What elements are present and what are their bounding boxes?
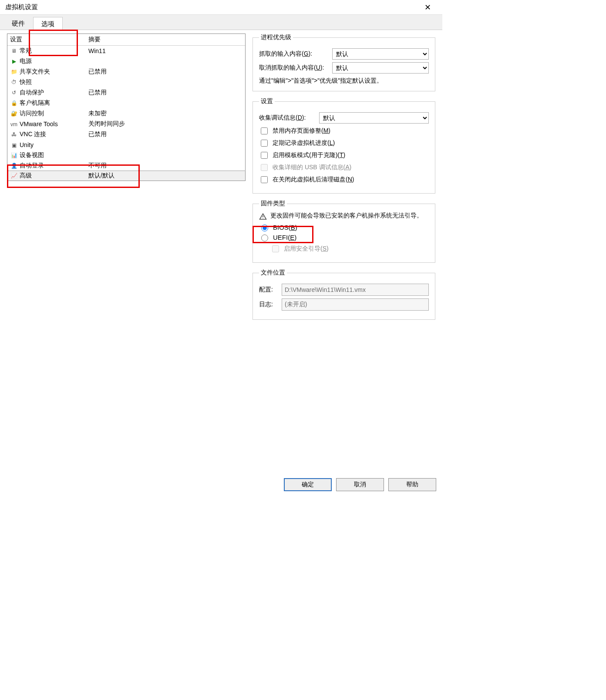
col-header-setting: 设置: [10, 36, 88, 44]
list-row[interactable]: 📈高级默认/默认: [7, 171, 245, 181]
row-icon: 🔒: [10, 100, 18, 107]
group-settings: 设置 收集调试信息(D): 默认 禁用内存页面修整(M) 定期记录虚拟机进度(L…: [252, 97, 435, 194]
label-uefi: UEFI(E): [273, 234, 296, 241]
warning-icon: [259, 213, 267, 221]
row-icon: ↺: [10, 89, 18, 96]
list-row[interactable]: ▣Unity: [7, 140, 245, 150]
legend-file-location: 文件位置: [259, 269, 287, 277]
row-summary: Win11: [88, 47, 242, 54]
row-icon: vm: [10, 121, 18, 128]
list-row[interactable]: 🔐访问控制未加密: [7, 108, 245, 119]
checkbox-usb-debug: [261, 164, 268, 171]
label-secure-boot: 启用安全引导(S): [284, 245, 329, 253]
list-row[interactable]: 🖧VNC 连接已禁用: [7, 129, 245, 140]
row-summary: 关闭时间同步: [88, 120, 242, 128]
list-row[interactable]: ⏱快照: [7, 77, 245, 87]
label-log-path: 日志:: [259, 301, 278, 308]
group-firmware: 固件类型 更改固件可能会导致已安装的客户机操作系统无法引导。 BIOS(B) U…: [252, 200, 435, 263]
row-icon: ▶: [10, 58, 18, 65]
settings-list: 设置 摘要 🖥常规Win11▶电源📁共享文件夹已禁用⏱快照↺自动保护已禁用🔒客户…: [7, 33, 246, 181]
row-icon: 📊: [10, 152, 18, 159]
tab-strip: 硬件 选项: [0, 15, 442, 30]
priority-hint: 通过"编辑">"首选项">"优先级"指定默认设置。: [259, 77, 429, 85]
row-label: 访问控制: [20, 110, 44, 117]
cancel-button[interactable]: 取消: [336, 478, 384, 491]
help-button[interactable]: 帮助: [388, 478, 436, 491]
legend-firmware: 固件类型: [259, 200, 287, 208]
label-bios: BIOS(B): [273, 224, 297, 231]
row-icon: 👤: [10, 162, 18, 169]
list-row[interactable]: ↺自动保护已禁用: [7, 87, 245, 98]
radio-bios[interactable]: [261, 224, 268, 231]
label-log-progress: 定期记录虚拟机进度(L): [273, 139, 335, 147]
legend-process-priority: 进程优先级: [259, 33, 293, 41]
row-label: 常规: [20, 47, 32, 54]
row-label: Unity: [20, 141, 34, 148]
list-row[interactable]: 🖥常规Win11: [7, 46, 245, 56]
select-debug-info[interactable]: 默认: [319, 112, 429, 124]
row-icon: 📈: [10, 172, 18, 179]
label-template-mode: 启用模板模式(用于克隆)(T): [273, 151, 345, 159]
label-disable-mem-trim: 禁用内存页面修整(M): [273, 127, 330, 135]
row-icon: 🖧: [10, 131, 18, 138]
col-header-summary: 摘要: [88, 36, 242, 44]
label-grabbed-input: 抓取的输入内容(G):: [259, 50, 329, 58]
radio-uefi[interactable]: [261, 234, 268, 241]
checkbox-secure-boot: [272, 245, 279, 252]
row-summary: 已禁用: [88, 89, 242, 97]
firmware-warning-text: 更改固件可能会导致已安装的客户机操作系统无法引导。: [270, 212, 423, 220]
row-icon: 📁: [10, 68, 18, 75]
group-file-location: 文件位置 配置: 日志:: [252, 269, 435, 320]
list-row[interactable]: 📊设备视图: [7, 150, 245, 161]
row-label: VNC 连接: [20, 131, 46, 137]
row-label: 高级: [20, 172, 32, 179]
checkbox-clean-disk[interactable]: [261, 176, 268, 183]
close-button[interactable]: ✕: [418, 1, 437, 14]
label-clean-disk: 在关闭此虚拟机后清理磁盘(N): [273, 176, 354, 184]
row-summary: 默认/默认: [88, 172, 242, 180]
window-title: 虚拟机设置: [5, 3, 418, 11]
row-label: 自动登录: [20, 162, 44, 169]
row-summary: 已禁用: [88, 68, 242, 76]
title-bar: 虚拟机设置 ✕: [0, 0, 442, 15]
row-summary: 不可用: [88, 162, 242, 170]
checkbox-log-progress[interactable]: [261, 140, 268, 147]
group-process-priority: 进程优先级 抓取的输入内容(G): 默认 取消抓取的输入内容(U): 默认 通过…: [252, 33, 435, 91]
row-icon: ⏱: [10, 79, 18, 86]
list-row[interactable]: 👤自动登录不可用: [7, 161, 245, 171]
checkbox-template-mode[interactable]: [261, 152, 268, 159]
row-label: 客户机隔离: [20, 99, 50, 106]
label-config-path: 配置:: [259, 286, 278, 294]
select-grabbed-priority[interactable]: 默认: [332, 48, 429, 60]
row-icon: 🔐: [10, 110, 18, 117]
row-summary: 已禁用: [88, 131, 242, 138]
input-config-path: [282, 284, 429, 296]
row-label: 电源: [20, 57, 32, 64]
row-label: 共享文件夹: [20, 68, 50, 75]
row-summary: 未加密: [88, 110, 242, 117]
list-row[interactable]: ▶电源: [7, 56, 245, 67]
label-usb-debug: 收集详细的 USB 调试信息(A): [273, 164, 351, 171]
tab-hardware[interactable]: 硬件: [3, 17, 33, 30]
row-label: 设备视图: [20, 151, 44, 158]
list-row[interactable]: 🔒客户机隔离: [7, 98, 245, 108]
list-row[interactable]: vmVMware Tools关闭时间同步: [7, 119, 245, 129]
legend-settings: 设置: [259, 97, 275, 105]
dialog-buttons: 确定 取消 帮助: [0, 474, 442, 496]
checkbox-disable-mem-trim[interactable]: [261, 127, 268, 134]
label-ungrabbed-input: 取消抓取的输入内容(U):: [259, 64, 329, 72]
list-row[interactable]: 📁共享文件夹已禁用: [7, 67, 245, 77]
row-label: 快照: [20, 78, 32, 85]
tab-options[interactable]: 选项: [33, 17, 63, 30]
ok-button[interactable]: 确定: [284, 478, 332, 491]
row-icon: 🖥: [10, 47, 18, 54]
row-label: VMware Tools: [20, 121, 58, 127]
row-label: 自动保护: [20, 89, 44, 96]
select-ungrabbed-priority[interactable]: 默认: [332, 62, 429, 74]
label-debug-info: 收集调试信息(D):: [259, 114, 316, 122]
input-log-path: [282, 298, 429, 311]
row-icon: ▣: [10, 142, 18, 149]
